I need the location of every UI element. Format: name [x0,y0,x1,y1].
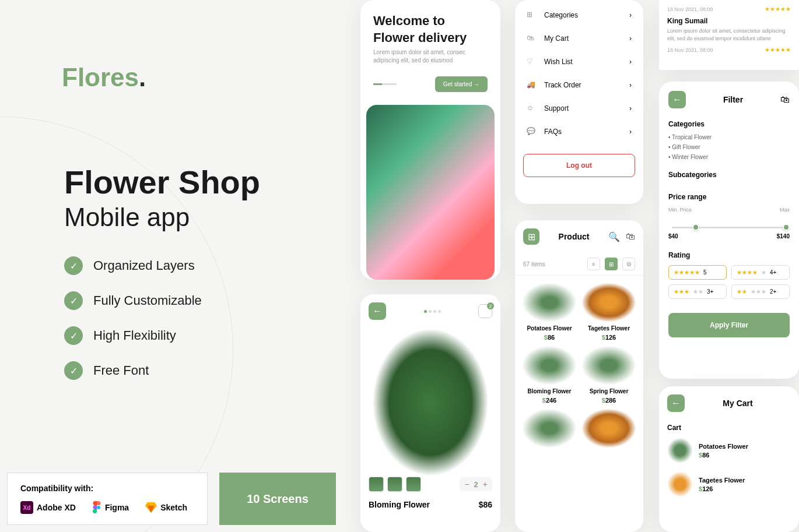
grid-view-button[interactable]: ⊞ [605,258,618,270]
filter-button[interactable]: ⚙ [622,258,635,270]
section-price: Price range [668,193,790,201]
menu-item-faqs[interactable]: 💬FAQs› [515,120,643,143]
search-icon[interactable]: 🔍 [608,231,620,242]
heart-icon: ♡ [527,57,536,66]
tool-figma: Figma [92,501,129,514]
thumbnail[interactable] [406,477,421,492]
cart-icon[interactable] [478,304,492,318]
grid-icon: ⊞ [527,10,536,20]
bag-icon: 🛍 [527,34,536,43]
support-icon: ☺ [527,104,536,113]
chevron-right-icon: › [629,58,632,66]
subheadline: Mobile app [64,203,190,232]
category-item[interactable]: Tropical Flower [668,134,790,140]
product-image [372,328,489,477]
compatibility-box: Compatibility with: XdAdobe XD Figma Ske… [7,473,208,525]
thumbnail[interactable] [369,477,384,492]
cart-section-title: Cart [667,424,791,432]
brand-logo: Flores. [62,63,146,92]
logout-button[interactable]: Log out [523,154,635,177]
list-view-button[interactable]: ≡ [587,258,600,270]
category-item[interactable]: Gift Flower [668,144,790,150]
truck-icon: 🚚 [527,80,536,90]
minus-button[interactable]: − [464,480,469,489]
check-icon: ✓ [64,326,83,345]
plus-button[interactable]: + [483,480,488,489]
menu-button[interactable]: ⊞ [523,228,539,245]
tool-xd: XdAdobe XD [20,501,76,514]
chevron-right-icon: › [629,128,632,136]
screen-welcome: Welcome toFlower delivery Lorem ipsum do… [360,0,500,280]
menu-item-wishlist[interactable]: ♡Wish List› [515,50,643,73]
section-categories: Categories [668,120,790,128]
bag-icon[interactable]: 🛍 [780,94,790,105]
product-card[interactable]: Bloming Flower$246 [522,346,577,404]
review-text: Lorem ipsum dolor sit amet, consectetur … [667,27,791,42]
get-started-button[interactable]: Get started → [435,76,488,92]
chevron-right-icon: › [629,81,632,89]
back-button[interactable]: ← [668,91,686,108]
check-icon: ✓ [64,256,83,275]
cart-item[interactable]: Tagetes Flower$126 [667,471,791,497]
progress-bar [373,83,397,85]
menu-item-cart[interactable]: 🛍My Cart› [515,27,643,50]
back-button[interactable]: ← [667,394,685,412]
reviewer-name: King Sumail [667,17,791,25]
tool-sketch: Sketch [145,502,187,513]
product-card[interactable]: Spring Flower$286 [581,346,636,404]
page-title: Filter [723,95,743,104]
welcome-subtitle: Lorem ipsum dolor sit amet, consec adipi… [360,48,500,65]
check-icon: ✓ [64,291,83,310]
pagination-dots [424,310,441,313]
menu-item-support[interactable]: ☺Support› [515,97,643,120]
page-title: My Cart [723,399,752,408]
feature-list: ✓Organized Layers ✓Fully Customizable ✓H… [64,256,202,396]
cart-icon[interactable]: 🛍 [626,231,635,242]
quantity-stepper[interactable]: −2+ [460,477,492,491]
rating-filter-2[interactable]: ★★★★★ 2+ [731,284,790,299]
cart-item[interactable]: Potatoes Flower$86 [667,438,791,463]
star-rating: ★★★★★ [765,6,791,12]
item-count: 67 items [523,261,545,267]
screens-badge: 10 Screens [219,473,336,525]
menu-item-track[interactable]: 🚚Track Order› [515,73,643,97]
screen-filter: ←Filter🛍 Categories Tropical Flower Gift… [659,82,799,379]
page-title: Product [559,232,590,241]
rating-filter-5[interactable]: ★★★★★5 [668,265,727,280]
rating-filter-4[interactable]: ★★★★★ 4+ [731,265,790,280]
screen-products: ⊞ Product 🔍🛍 67 items ≡⊞⚙ Potatoes Flowe… [515,220,643,532]
chevron-right-icon: › [629,34,632,43]
screen-product-detail: ← −2+ Bloming Flower$86 [360,294,500,532]
review-date: 18 Nov 2021, 08:00 [667,6,713,12]
product-card[interactable] [581,408,636,448]
chat-icon: 💬 [527,127,536,136]
apply-filter-button[interactable]: Apply Filter [668,313,790,337]
price-slider[interactable] [672,227,786,228]
screen-cart: ←My Cart Cart Potatoes Flower$86 Tagetes… [659,386,799,532]
rating-filter-3[interactable]: ★★★★★ 3+ [668,284,727,299]
hero-image [366,105,495,280]
back-button[interactable]: ← [369,302,386,320]
category-item[interactable]: Winter Flower [668,154,790,160]
svg-point-0 [97,506,100,509]
screen-menu: ⊞Categories› 🛍My Cart› ♡Wish List› 🚚Trac… [515,0,643,204]
product-name: Bloming Flower [369,500,430,509]
thumbnail[interactable] [387,477,402,492]
welcome-title: Welcome toFlower delivery [360,0,500,48]
section-rating: Rating [668,251,790,259]
product-card[interactable]: Tagetes Flower$126 [581,283,636,341]
section-subcategories: Subcategories [668,171,790,179]
check-icon: ✓ [64,361,83,380]
chevron-right-icon: › [629,104,632,112]
chevron-right-icon: › [629,11,632,19]
product-price: $86 [479,500,492,509]
product-card[interactable] [522,408,577,448]
menu-item-categories[interactable]: ⊞Categories› [515,3,643,27]
product-card[interactable]: Potatoes Flower$86 [522,283,577,341]
headline: Flower Shop [64,163,260,201]
screen-reviews: 18 Nov 2021, 08:00★★★★★ King Sumail Lore… [659,0,799,70]
